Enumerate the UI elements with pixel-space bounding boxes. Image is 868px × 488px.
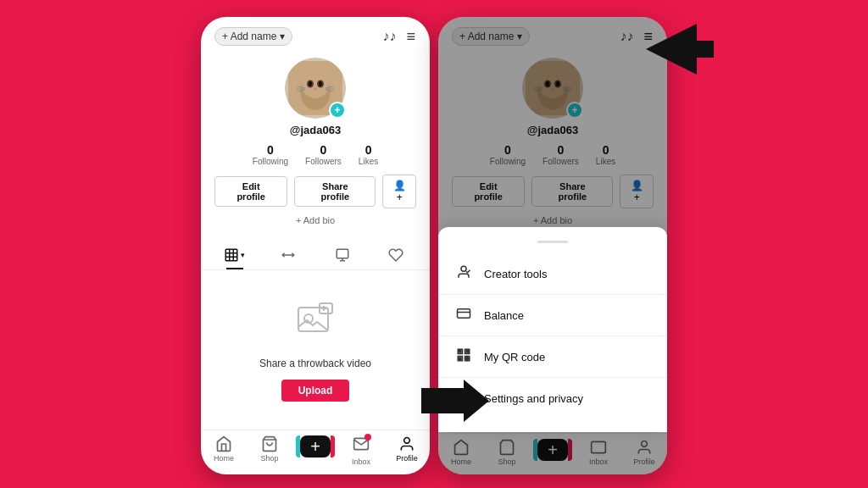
svg-rect-63: [458, 309, 470, 319]
chevron-down-icon: ▾: [280, 30, 285, 42]
top-bar-right-1: ♪♪ ≡: [382, 28, 416, 46]
add-friend-btn-1[interactable]: 👤+: [382, 175, 416, 208]
profile-section-1: + @jada063 0 Following 0 Followers: [201, 51, 430, 241]
edit-profile-btn-1[interactable]: Edit profile: [214, 176, 287, 207]
throwback-text-1: Share a throwback video: [259, 358, 371, 369]
add-bio-1[interactable]: + Add bio: [296, 215, 335, 225]
stat-following-1: 0 Following: [253, 143, 288, 166]
creator-tools-icon: [455, 264, 472, 283]
tab-tagged-1[interactable]: [315, 241, 370, 269]
nav-home-1[interactable]: Home: [201, 435, 247, 466]
sound-icon-1[interactable]: ♪♪: [382, 29, 396, 44]
main-content-1: Share a throwback video Upload: [201, 270, 430, 430]
menu-handle: [537, 241, 568, 243]
username-1: @jada063: [290, 124, 341, 136]
nav-shop-1[interactable]: Shop: [247, 435, 292, 466]
tab-reposts-1[interactable]: [262, 241, 316, 269]
svg-rect-70: [459, 358, 461, 359]
qr-code-icon: [455, 347, 472, 366]
menu-item-creator-tools[interactable]: Creator tools: [438, 253, 667, 295]
svg-rect-21: [337, 249, 348, 258]
stat-followers-1: 0 Followers: [305, 143, 342, 166]
svg-rect-72: [465, 357, 467, 358]
menu-item-balance[interactable]: Balance: [438, 295, 667, 336]
dropdown-menu: Creator tools Balance: [438, 227, 667, 432]
nav-add-1[interactable]: +: [292, 435, 338, 466]
top-bar-1: + Add name ▾ ♪♪ ≡: [201, 17, 430, 51]
tab-videos-1[interactable]: ▾: [208, 241, 262, 269]
svg-rect-69: [466, 351, 468, 352]
svg-point-9: [314, 88, 317, 91]
stat-likes-1: 0 Likes: [359, 143, 378, 166]
share-profile-btn-1[interactable]: Share profile: [294, 176, 376, 207]
avatar-wrapper-1: +: [285, 58, 346, 119]
upload-btn-1[interactable]: Upload: [281, 380, 350, 402]
throwback-icon-1: [294, 299, 337, 349]
menu-item-settings[interactable]: Settings and privacy: [438, 378, 667, 419]
bottom-nav-1: Home Shop +: [201, 430, 430, 474]
svg-rect-74: [465, 359, 467, 361]
action-buttons-1: Edit profile Share profile 👤+: [214, 175, 416, 208]
phone-1: + Add name ▾ ♪♪ ≡: [201, 17, 430, 474]
svg-point-7: [309, 81, 312, 86]
add-avatar-icon-1[interactable]: +: [329, 102, 346, 119]
nav-profile-1[interactable]: Profile: [384, 435, 430, 466]
svg-point-77: [462, 395, 466, 399]
inbox-icon-wrapper-1: [353, 435, 370, 456]
menu-icon-1[interactable]: ≡: [406, 28, 416, 46]
menu-item-qr-code[interactable]: My QR code: [438, 336, 667, 378]
svg-point-76: [458, 391, 470, 403]
tabs-row-1: ▾: [201, 241, 430, 270]
svg-rect-68: [459, 351, 461, 352]
svg-rect-16: [226, 249, 238, 261]
svg-point-30: [404, 438, 410, 444]
phone-2: + Add name ▾ ♪♪ ≡: [438, 17, 667, 474]
svg-rect-73: [468, 359, 470, 361]
settings-icon: [455, 389, 472, 408]
inbox-badge-dot-1: [364, 434, 371, 441]
add-btn-1[interactable]: +: [300, 435, 331, 458]
balance-icon: [455, 306, 472, 324]
tab-liked-1[interactable]: [370, 241, 424, 269]
svg-rect-75: [468, 357, 470, 358]
svg-point-8: [319, 81, 322, 86]
stats-row-1: 0 Following 0 Followers 0 Likes: [253, 143, 378, 166]
svg-point-62: [461, 266, 466, 271]
add-name-button-1[interactable]: + Add name ▾: [214, 27, 292, 46]
nav-inbox-1[interactable]: Inbox: [338, 435, 384, 466]
